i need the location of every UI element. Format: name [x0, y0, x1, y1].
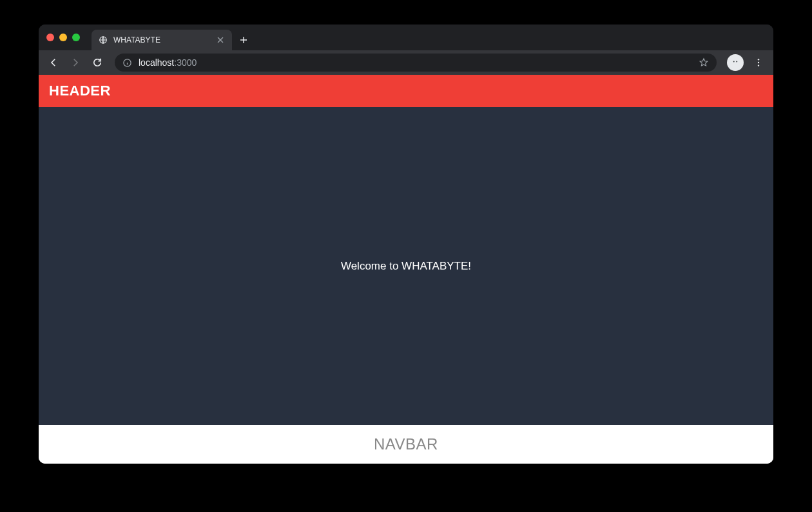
welcome-message: Welcome to WHATABYTE! [341, 260, 471, 273]
back-button[interactable] [44, 53, 63, 72]
tab-title: WHATABYTE [113, 35, 210, 44]
svg-point-3 [733, 61, 735, 63]
svg-point-2 [730, 57, 741, 68]
app-header: HEADER [39, 75, 773, 107]
browser-window: WHATABYTE [39, 25, 773, 464]
url-port: :3000 [174, 57, 197, 68]
globe-icon [98, 35, 108, 45]
window-close-button[interactable] [46, 34, 54, 41]
url-text: localhost:3000 [139, 57, 692, 68]
browser-tab[interactable]: WHATABYTE [92, 30, 232, 50]
app-navbar: NAVBAR [39, 425, 773, 464]
svg-point-5 [758, 59, 759, 60]
window-maximize-button[interactable] [72, 34, 80, 41]
tab-bar: WHATABYTE [39, 25, 773, 50]
profile-avatar[interactable] [727, 54, 744, 71]
window-controls [46, 34, 80, 41]
site-info-icon[interactable] [122, 58, 132, 68]
browser-menu-button[interactable] [749, 53, 768, 72]
app-content: Welcome to WHATABYTE! [39, 107, 773, 425]
forward-button[interactable] [66, 53, 85, 72]
svg-point-4 [736, 61, 737, 63]
new-tab-button[interactable] [232, 30, 255, 50]
close-tab-button[interactable] [215, 35, 226, 45]
page-viewport: HEADER Welcome to WHATABYTE! NAVBAR [39, 75, 773, 464]
reload-button[interactable] [88, 53, 107, 72]
navbar-label: NAVBAR [374, 435, 438, 453]
svg-point-6 [758, 62, 759, 63]
header-label: HEADER [49, 83, 111, 99]
browser-toolbar: localhost:3000 [39, 50, 773, 75]
address-bar[interactable]: localhost:3000 [115, 54, 717, 72]
url-host: localhost [139, 57, 174, 68]
bookmark-star-icon[interactable] [699, 57, 709, 68]
window-minimize-button[interactable] [59, 34, 67, 41]
svg-point-7 [758, 64, 759, 66]
